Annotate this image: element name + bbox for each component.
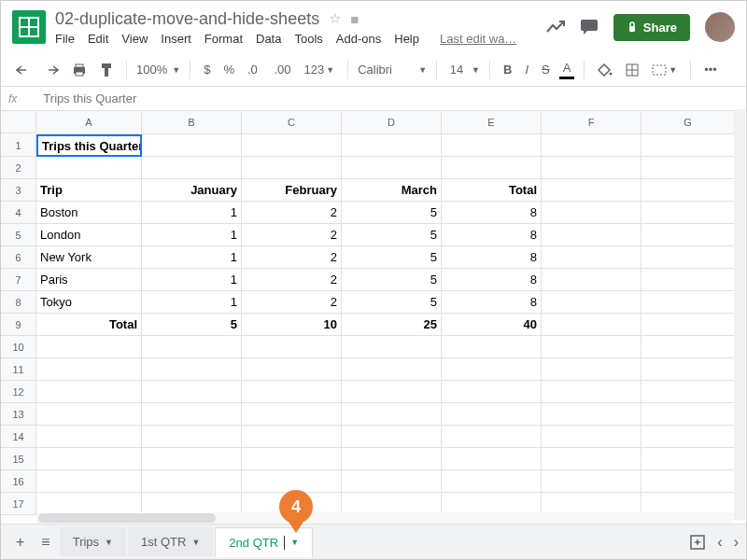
menu-format[interactable]: Format xyxy=(204,32,243,46)
row-header[interactable]: 2 xyxy=(1,157,36,179)
undo-icon[interactable] xyxy=(12,62,35,78)
col-header-c[interactable]: C xyxy=(242,111,342,134)
redo-icon[interactable] xyxy=(40,62,63,78)
row-header[interactable]: 3 xyxy=(1,179,36,202)
avatar[interactable] xyxy=(705,12,735,42)
menu-view[interactable]: View xyxy=(121,32,148,46)
menu-tools[interactable]: Tools xyxy=(294,32,322,46)
hdr-jan[interactable]: January xyxy=(142,179,242,202)
sheets-logo[interactable] xyxy=(12,10,46,44)
col-header-f[interactable]: F xyxy=(542,111,641,134)
formula-input[interactable]: Trips this Quarter xyxy=(43,91,136,105)
font-size-select[interactable]: 14▼ xyxy=(446,63,480,77)
italic-icon[interactable]: I xyxy=(521,60,532,79)
menu-file[interactable]: File xyxy=(55,32,75,46)
sheet-rename-input[interactable] xyxy=(229,536,285,550)
sheet-tab-trips[interactable]: Trips▼ xyxy=(60,527,126,556)
horizontal-scrollbar[interactable] xyxy=(36,512,733,524)
sheet-tab-2ndqtr[interactable]: ▼ xyxy=(215,527,313,557)
menu-insert[interactable]: Insert xyxy=(161,32,191,46)
svg-rect-4 xyxy=(76,64,83,67)
svg-rect-6 xyxy=(102,63,111,68)
col-header-b[interactable]: B xyxy=(142,111,242,134)
increase-decimal-icon[interactable]: .00 xyxy=(270,60,294,79)
share-button[interactable]: Share xyxy=(613,14,690,41)
bold-icon[interactable]: B xyxy=(500,60,515,79)
more-formats[interactable]: 123▼ xyxy=(301,60,339,79)
table-cell[interactable]: Boston xyxy=(36,202,142,224)
print-icon[interactable] xyxy=(68,61,91,79)
hdr-trip[interactable]: Trip xyxy=(36,179,142,202)
strike-icon[interactable]: S xyxy=(538,60,554,79)
doc-title[interactable]: 02-duplicate-move-and-hide-sheets xyxy=(55,9,319,29)
menu-data[interactable]: Data xyxy=(256,32,281,46)
font-select[interactable]: Calibri▼ xyxy=(358,63,427,77)
all-sheets-icon[interactable]: ≡ xyxy=(34,528,57,556)
toolbar: 100%▼ $ % .0 .00 123▼ Calibri▼ 14▼ B I S… xyxy=(1,53,746,87)
row-header[interactable]: 8 xyxy=(1,291,36,314)
svg-rect-0 xyxy=(581,20,598,31)
comment-icon[interactable] xyxy=(580,19,599,35)
svg-marker-14 xyxy=(694,539,701,546)
chevron-down-icon[interactable]: ▼ xyxy=(105,538,113,547)
select-all-corner[interactable] xyxy=(1,111,36,133)
paint-format-icon[interactable] xyxy=(96,60,117,80)
row-header[interactable]: 5 xyxy=(1,224,36,246)
menu-edit[interactable]: Edit xyxy=(88,32,108,46)
merge-icon[interactable]: ▼ xyxy=(648,62,681,78)
row-header[interactable]: 6 xyxy=(1,246,36,269)
share-label: Share xyxy=(643,21,677,35)
percent-icon[interactable]: % xyxy=(219,60,238,79)
folder-icon[interactable]: ■ xyxy=(350,11,359,27)
row-header[interactable]: 1 xyxy=(1,134,36,157)
star-icon[interactable]: ☆ xyxy=(329,10,341,27)
more-icon[interactable]: ••• xyxy=(700,60,721,79)
last-edit-link[interactable]: Last edit wa… xyxy=(440,32,516,46)
sheet-tab-1stqtr[interactable]: 1st QTR▼ xyxy=(128,527,213,556)
explore-icon[interactable] xyxy=(689,534,706,551)
chevron-right-icon[interactable]: › xyxy=(734,534,739,551)
trend-icon[interactable] xyxy=(546,21,565,34)
svg-rect-12 xyxy=(653,65,666,75)
row-header[interactable]: 4 xyxy=(1,202,36,224)
text-color-icon[interactable]: A xyxy=(559,60,575,79)
chevron-left-icon[interactable]: ‹ xyxy=(717,534,722,551)
col-header-g[interactable]: G xyxy=(641,111,735,134)
menu-addons[interactable]: Add-ons xyxy=(336,32,381,46)
add-sheet-icon[interactable]: + xyxy=(8,528,32,556)
row-header[interactable]: 7 xyxy=(1,269,36,291)
svg-point-8 xyxy=(610,72,613,75)
col-header-d[interactable]: D xyxy=(342,111,442,134)
chevron-down-icon[interactable]: ▼ xyxy=(191,538,200,547)
col-header-e[interactable]: E xyxy=(442,111,542,134)
cell-a1[interactable]: Trips this Quarter xyxy=(36,134,142,157)
hdr-mar[interactable]: March xyxy=(342,179,442,202)
hdr-feb[interactable]: February xyxy=(242,179,342,202)
vertical-scrollbar[interactable] xyxy=(734,109,745,520)
fx-icon: fx xyxy=(8,92,17,105)
fill-color-icon[interactable] xyxy=(594,61,616,79)
borders-icon[interactable] xyxy=(622,61,642,79)
decrease-decimal-icon[interactable]: .0 xyxy=(244,60,264,79)
zoom-select[interactable]: 100%▼ xyxy=(136,63,180,77)
svg-rect-7 xyxy=(105,68,108,77)
col-header-a[interactable]: A xyxy=(36,111,142,134)
currency-icon[interactable]: $ xyxy=(200,60,214,79)
svg-rect-2 xyxy=(629,26,635,32)
menu-help[interactable]: Help xyxy=(394,32,419,46)
chevron-down-icon[interactable]: ▼ xyxy=(290,538,299,547)
hdr-total[interactable]: Total xyxy=(442,179,542,202)
total-label[interactable]: Total xyxy=(36,314,142,336)
svg-rect-5 xyxy=(76,72,83,76)
row-header[interactable]: 9 xyxy=(1,314,36,336)
svg-marker-1 xyxy=(584,30,588,35)
